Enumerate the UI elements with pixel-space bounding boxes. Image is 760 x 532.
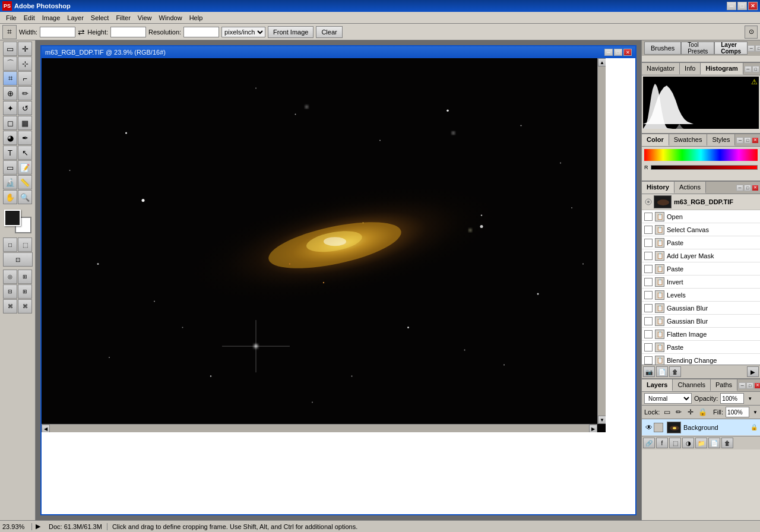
menu-edit[interactable]: Edit <box>20 13 39 23</box>
doc-minimize-btn[interactable]: ─ <box>604 49 613 56</box>
lock-image-icon[interactable]: ✏ <box>674 407 683 417</box>
history-max-btn[interactable]: □ <box>744 185 751 191</box>
scroll-up-btn[interactable]: ▲ <box>598 58 606 66</box>
layers-min-btn[interactable]: ─ <box>739 382 746 389</box>
new-group-btn[interactable]: 📁 <box>695 438 707 448</box>
doc-close-btn[interactable]: ✕ <box>623 49 632 56</box>
tool-notes[interactable]: 📝 <box>18 160 32 175</box>
add-style-btn[interactable]: f <box>656 438 668 448</box>
history-item[interactable]: 📋 Blending Change <box>642 354 760 365</box>
history-item[interactable]: 📋 Add Layer Mask <box>642 249 760 262</box>
tool-crop[interactable]: ⌗ <box>3 71 17 86</box>
link-layers-btn[interactable]: 🔗 <box>643 438 655 448</box>
scroll-right-btn[interactable]: ▶ <box>589 425 597 432</box>
tool-hand[interactable]: ✋ <box>3 190 17 204</box>
color-min-btn[interactable]: ─ <box>736 137 743 144</box>
scroll-track-h[interactable] <box>50 425 589 432</box>
history-item[interactable]: 📋 Paste <box>642 236 760 249</box>
tool-text[interactable]: T <box>3 145 17 160</box>
doc-maximize-btn[interactable]: □ <box>614 49 622 56</box>
lock-position-icon[interactable]: ✛ <box>686 407 695 417</box>
history-item[interactable]: 📋 Open <box>642 210 760 223</box>
tool-lasso[interactable]: ⌒ <box>3 56 17 71</box>
hist-max-btn[interactable]: □ <box>752 66 759 72</box>
tool-zoom[interactable]: 🔍 <box>18 190 32 204</box>
scroll-track-v[interactable] <box>598 66 606 416</box>
history-item[interactable]: 📋 Flatten Image <box>642 328 760 341</box>
tool-shape[interactable]: ▭ <box>3 160 17 175</box>
layer-visibility-eye[interactable]: 👁 <box>644 423 654 432</box>
tool-extra3[interactable]: ⊟ <box>3 284 17 299</box>
scroll-down-btn[interactable]: ▼ <box>598 416 606 424</box>
standard-mode[interactable]: □ <box>3 238 17 252</box>
tool-vector2[interactable]: ⌘ <box>18 299 32 314</box>
history-item[interactable]: 📋 Gaussian Blur <box>642 315 760 328</box>
tool-stamp[interactable]: ✦ <box>3 101 17 115</box>
tool-brush[interactable]: ✏ <box>18 86 32 100</box>
delete-layer-btn[interactable]: 🗑 <box>721 438 733 448</box>
new-snapshot-btn[interactable]: 📷 <box>643 366 655 377</box>
menu-window[interactable]: Window <box>156 13 186 23</box>
tool-extra1[interactable]: ◎ <box>3 270 17 284</box>
delete-state-btn[interactable]: 🗑 <box>669 366 681 377</box>
height-input[interactable] <box>110 27 146 37</box>
history-close-btn[interactable]: ✕ <box>752 185 759 191</box>
new-layer-btn[interactable]: 📄 <box>708 438 720 448</box>
color-selector[interactable] <box>3 208 33 235</box>
history-tab[interactable]: History <box>642 182 674 194</box>
image-canvas[interactable]: ▲ ▼ ◀ ▶ <box>42 58 606 432</box>
blend-mode-select[interactable]: Normal Multiply Screen Overlay <box>644 393 692 404</box>
opacity-input[interactable] <box>720 393 744 404</box>
layer-item-background[interactable]: 👁 Background 🔒 <box>642 419 760 436</box>
tool-eraser[interactable]: ◻ <box>3 116 17 130</box>
width-input[interactable] <box>40 27 75 37</box>
tool-marquee-rect[interactable]: ▭ <box>3 42 17 56</box>
brushes-tab[interactable]: Brushes <box>644 42 681 55</box>
swap-icon[interactable]: ⇄ <box>78 27 85 37</box>
menu-help[interactable]: Help <box>186 13 207 23</box>
screen-mode[interactable]: ⊡ <box>3 252 33 267</box>
add-mask-btn[interactable]: ⬚ <box>669 438 681 448</box>
scroll-left-btn[interactable]: ◀ <box>42 425 50 432</box>
new-document-btn[interactable]: 📄 <box>656 366 668 377</box>
color-gradient[interactable] <box>644 149 758 161</box>
canvas-scrollbar-h[interactable]: ◀ ▶ <box>42 424 597 432</box>
history-item[interactable]: 📋 Paste <box>642 341 760 354</box>
tool-dodge[interactable]: ◕ <box>3 131 17 145</box>
layer-comps-tab[interactable]: Layer Comps <box>714 42 748 55</box>
top-panel-minimize[interactable]: ─ <box>748 45 755 52</box>
resolution-unit-select[interactable]: pixels/inch pixels/cm <box>221 27 265 37</box>
menu-view[interactable]: View <box>134 13 156 23</box>
history-item[interactable]: 📋 Levels <box>642 289 760 302</box>
tool-history-brush[interactable]: ↺ <box>18 101 32 115</box>
histogram-tab[interactable]: Histogram <box>701 63 743 75</box>
tool-move[interactable]: ✛ <box>18 42 32 56</box>
top-panel-maximize[interactable]: □ <box>755 45 760 52</box>
tool-magic-wand[interactable]: ⊹ <box>18 56 32 71</box>
hist-min-btn[interactable]: ─ <box>745 66 752 72</box>
clear-button[interactable]: Clear <box>316 26 342 38</box>
color-close-btn[interactable]: ✕ <box>752 137 759 144</box>
minimize-button[interactable]: ─ <box>727 2 736 10</box>
history-item[interactable]: 📋 Invert <box>642 276 760 289</box>
tool-heal[interactable]: ⊕ <box>3 86 17 100</box>
resolution-input[interactable] <box>183 27 219 37</box>
lock-transparent-icon[interactable]: ▭ <box>662 407 672 417</box>
color-tab[interactable]: Color <box>642 134 669 146</box>
history-min-btn[interactable]: ─ <box>736 185 743 191</box>
lock-all-icon[interactable]: 🔒 <box>698 407 707 417</box>
menu-filter[interactable]: Filter <box>112 13 134 23</box>
foreground-color[interactable] <box>4 210 21 226</box>
layers-tab[interactable]: Layers <box>642 379 673 391</box>
options-icon[interactable]: ⊙ <box>745 26 758 39</box>
channels-tab[interactable]: Channels <box>673 379 710 391</box>
fill-input[interactable] <box>726 407 749 417</box>
layers-max-btn[interactable]: □ <box>746 382 753 389</box>
tool-gradient[interactable]: ▦ <box>18 116 32 130</box>
navigator-tab[interactable]: Navigator <box>642 63 680 75</box>
tool-path-select[interactable]: ↖ <box>18 145 32 160</box>
tool-extra4[interactable]: ⊞ <box>18 284 32 299</box>
paths-tab[interactable]: Paths <box>711 379 737 391</box>
swatches-tab[interactable]: Swatches <box>669 134 708 146</box>
menu-layer[interactable]: Layer <box>64 13 87 23</box>
